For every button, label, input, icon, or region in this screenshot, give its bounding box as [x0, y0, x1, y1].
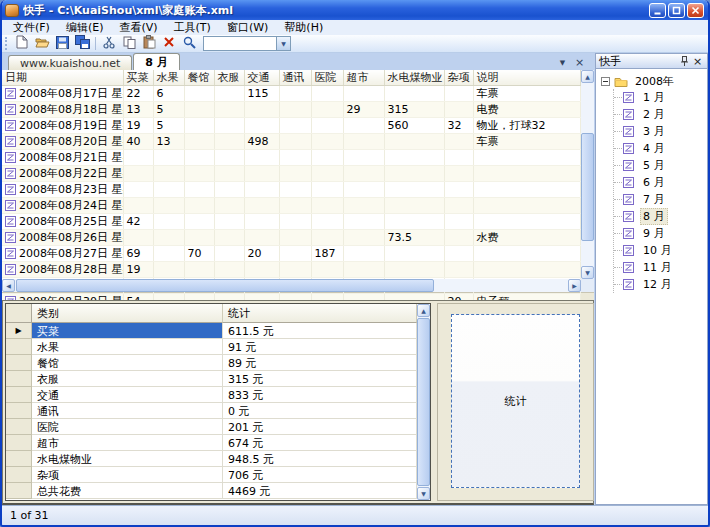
- summary-row[interactable]: 衣服315 元: [6, 371, 417, 387]
- ledger-cell[interactable]: [311, 166, 343, 182]
- ledger-cell[interactable]: 187: [311, 246, 343, 262]
- summary-row[interactable]: 总共花费4469 元: [6, 483, 417, 499]
- summary-category-cell[interactable]: 交通: [32, 387, 223, 403]
- menu-item-edit[interactable]: 编辑(E): [58, 19, 112, 36]
- ledger-cell[interactable]: [184, 182, 214, 198]
- ledger-vertical-scrollbar[interactable]: ▲ ▼: [581, 70, 594, 279]
- ledger-cell[interactable]: [153, 150, 184, 166]
- search-combobox-value[interactable]: [204, 37, 276, 50]
- ledger-cell[interactable]: [343, 230, 384, 246]
- ledger-cell[interactable]: [279, 262, 311, 278]
- tree-node-month-7[interactable]: 7 月: [614, 191, 707, 208]
- summary-category-cell[interactable]: 杂项: [32, 467, 223, 483]
- tree-node-month-5[interactable]: 5 月: [614, 157, 707, 174]
- ledger-cell[interactable]: [153, 262, 184, 278]
- ledger-cell[interactable]: [473, 214, 581, 230]
- row-selector-cell[interactable]: [6, 451, 32, 467]
- ledger-cell[interactable]: [214, 150, 244, 166]
- summary-row[interactable]: ▶买菜611.5 元: [6, 323, 417, 339]
- ledger-cell[interactable]: [444, 166, 473, 182]
- ledger-cell[interactable]: [214, 86, 244, 102]
- tab-1[interactable]: 8 月: [133, 53, 179, 70]
- ledger-cell[interactable]: [184, 118, 214, 134]
- ledger-cell[interactable]: [279, 86, 311, 102]
- scroll-down-icon[interactable]: ▼: [417, 487, 430, 500]
- ledger-cell[interactable]: [384, 262, 444, 278]
- tab-0[interactable]: www.kuaishou.net: [8, 55, 132, 70]
- ledger-cell[interactable]: [279, 118, 311, 134]
- ledger-cell[interactable]: [343, 134, 384, 150]
- ledger-cell[interactable]: 13: [153, 134, 184, 150]
- column-header-total[interactable]: 统计: [223, 304, 417, 323]
- ledger-cell[interactable]: [279, 102, 311, 118]
- ledger-cell[interactable]: 73.5: [384, 230, 444, 246]
- ledger-cell[interactable]: [214, 102, 244, 118]
- ledger-cell[interactable]: [123, 230, 153, 246]
- summary-row[interactable]: 餐馆89 元: [6, 355, 417, 371]
- row-selector-cell[interactable]: [6, 483, 32, 499]
- summary-total-cell[interactable]: 706 元: [223, 467, 417, 483]
- scroll-track[interactable]: [581, 83, 594, 266]
- ledger-cell[interactable]: [279, 198, 311, 214]
- search-combobox[interactable]: ▼: [203, 36, 291, 51]
- ledger-cell[interactable]: [343, 182, 384, 198]
- ledger-date-cell[interactable]: 2008年08月27日 星期三: [2, 246, 123, 262]
- save-button[interactable]: [52, 36, 72, 52]
- ledger-cell[interactable]: [384, 214, 444, 230]
- ledger-cell[interactable]: 42: [123, 214, 153, 230]
- summary-total-cell[interactable]: 0 元: [223, 403, 417, 419]
- ledger-cell[interactable]: [444, 134, 473, 150]
- ledger-row[interactable]: 2008年08月23日 星期六: [2, 182, 581, 198]
- tree-node-month-11[interactable]: 11 月: [614, 259, 707, 276]
- tree-node-month-3[interactable]: 3 月: [614, 123, 707, 140]
- menu-item-tools[interactable]: 工具(T): [166, 19, 219, 36]
- ledger-cell[interactable]: [244, 198, 279, 214]
- ledger-cell[interactable]: [444, 86, 473, 102]
- ledger-cell[interactable]: [311, 102, 343, 118]
- ledger-cell[interactable]: 560: [384, 118, 444, 134]
- ledger-date-cell[interactable]: 2008年08月23日 星期六: [2, 182, 123, 198]
- copy-button[interactable]: [119, 36, 139, 52]
- ledger-row[interactable]: 2008年08月18日 星期一13529315电费: [2, 102, 581, 118]
- menu-item-help[interactable]: 帮助(H): [276, 19, 331, 36]
- tree-month-label[interactable]: 8 月: [640, 208, 668, 225]
- ledger-cell[interactable]: [444, 102, 473, 118]
- pin-icon[interactable]: [678, 55, 691, 68]
- ledger-column-header[interactable]: 买菜: [123, 70, 153, 86]
- ledger-cell[interactable]: [184, 166, 214, 182]
- ledger-cell[interactable]: [214, 230, 244, 246]
- summary-category-cell[interactable]: 总共花费: [32, 483, 223, 499]
- scroll-right-icon[interactable]: ▶: [568, 279, 581, 292]
- ledger-row[interactable]: 2008年08月24日 星期日: [2, 198, 581, 214]
- summary-total-cell[interactable]: 91 元: [223, 339, 417, 355]
- ledger-row[interactable]: 2008年08月27日 星期三697020187: [2, 246, 581, 262]
- ledger-cell[interactable]: [214, 134, 244, 150]
- save-all-button[interactable]: [72, 36, 92, 52]
- ledger-cell[interactable]: [279, 214, 311, 230]
- ledger-row[interactable]: 2008年08月22日 星期五: [2, 166, 581, 182]
- ledger-cell[interactable]: [384, 86, 444, 102]
- ledger-cell[interactable]: [279, 134, 311, 150]
- sidebar-close-icon[interactable]: ×: [691, 55, 704, 68]
- ledger-cell[interactable]: [153, 246, 184, 262]
- ledger-cell[interactable]: [311, 150, 343, 166]
- tree-node-year[interactable]: 2008年: [601, 73, 707, 89]
- ledger-cell[interactable]: 32: [444, 118, 473, 134]
- ledger-row[interactable]: 2008年08月20日 星期三4013498车票: [2, 134, 581, 150]
- ledger-cell[interactable]: [153, 198, 184, 214]
- cut-button[interactable]: [99, 36, 119, 52]
- ledger-cell[interactable]: 物业，打球32: [473, 118, 581, 134]
- ledger-cell[interactable]: [153, 230, 184, 246]
- row-selector-cell[interactable]: [6, 435, 32, 451]
- ledger-date-cell[interactable]: 2008年08月21日 星期四: [2, 150, 123, 166]
- ledger-column-header[interactable]: 衣服: [214, 70, 244, 86]
- close-button[interactable]: [687, 3, 704, 18]
- ledger-date-cell[interactable]: 2008年08月20日 星期三: [2, 134, 123, 150]
- ledger-cell[interactable]: [444, 262, 473, 278]
- delete-button[interactable]: [159, 36, 179, 52]
- summary-row[interactable]: 交通833 元: [6, 387, 417, 403]
- ledger-cell[interactable]: [343, 150, 384, 166]
- ledger-cell[interactable]: [153, 214, 184, 230]
- ledger-cell[interactable]: [184, 134, 214, 150]
- ledger-column-header[interactable]: 日期: [2, 70, 123, 86]
